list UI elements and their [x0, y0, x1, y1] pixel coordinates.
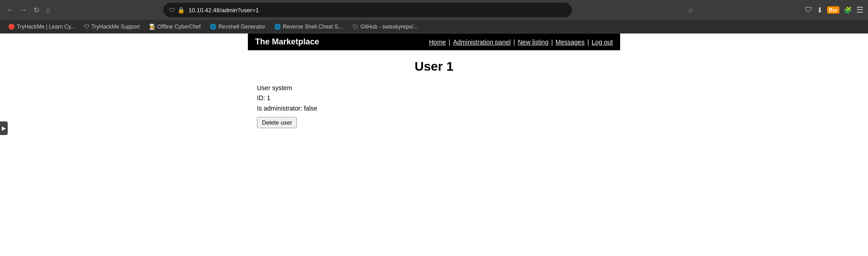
bookmark-cyberchef-label: Offline CyberChef	[158, 24, 201, 30]
download-icon[interactable]: ⬇	[817, 6, 823, 14]
user-id-label: ID: 1	[257, 93, 611, 103]
cyberchef-favicon: 👨‍🍳	[149, 24, 156, 30]
reverse-shell-cheat-favicon: 🌐	[274, 24, 281, 30]
nav-sep-2: |	[513, 39, 515, 46]
extensions-icon[interactable]: 🧩	[844, 6, 852, 14]
page-title: User 1	[257, 59, 611, 74]
nav-messages-link[interactable]: Messages	[556, 39, 585, 46]
side-panel-toggle[interactable]: ▶	[0, 121, 8, 135]
bookmark-cyberchef[interactable]: 👨‍🍳 Offline CyberChef	[145, 23, 204, 31]
nav-sep-3: |	[551, 39, 553, 46]
shield-icon: 🛡	[169, 7, 175, 14]
page-content: The Marketplace Home | Administration pa…	[0, 34, 868, 256]
browser-right-icons: 🛡 ⬇ Bur 🧩 ☰	[805, 5, 863, 15]
nav-buttons: ← → ↻ ⌂	[5, 4, 52, 16]
bookmark-reverse-shell-cheat[interactable]: 🌐 Reverse Shell Cheat S...	[271, 23, 346, 31]
site-logo: The Marketplace	[255, 37, 319, 47]
nav-admin-link[interactable]: Administration panel	[453, 39, 511, 46]
browser-toolbar: ← → ↻ ⌂ 🛡 🔒 10.10.42.48/admin?user=1 ☆ 🛡…	[0, 0, 868, 20]
bookmark-star-icon[interactable]: ☆	[687, 6, 694, 14]
bookmark-tryhackme-label: TryHackMe | Learn Cy...	[17, 24, 75, 30]
site-navbar: The Marketplace Home | Administration pa…	[248, 34, 620, 50]
address-bar-icons: 🛡 🔒	[169, 7, 185, 14]
nav-sep-1: |	[449, 39, 450, 46]
bookmark-tryhackme-support-label: TryHackMe Support	[91, 24, 139, 30]
refresh-button[interactable]: ↻	[32, 4, 41, 16]
pocket-icon[interactable]: 🛡	[805, 6, 812, 14]
nav-sep-4: |	[587, 39, 589, 46]
tryhackme-favicon: 🔴	[8, 24, 15, 30]
github-swisskyrepo-favicon: ⚫	[352, 24, 359, 30]
bookmark-reverse-shell-cheat-label: Reverse Shell Cheat S...	[283, 24, 342, 30]
bookmarks-bar: 🔴 TryHackMe | Learn Cy... 🛡 TryHackMe Su…	[0, 20, 868, 34]
bookmark-revshell[interactable]: 🌐 Revshell Generator	[206, 23, 269, 31]
burp-suite-icon[interactable]: Bur	[827, 6, 839, 14]
site-nav-links: Home | Administration panel | New listin…	[429, 39, 613, 46]
nav-home-link[interactable]: Home	[429, 39, 446, 46]
user-info: User system ID: 1 Is administrator: fals…	[257, 83, 611, 128]
main-content: User 1 User system ID: 1 Is administrato…	[248, 50, 620, 137]
url-text: 10.10.42.48/admin?user=1	[188, 7, 567, 14]
navbar-wrapper: The Marketplace Home | Administration pa…	[0, 34, 868, 50]
nav-new-listing-link[interactable]: New listing	[518, 39, 548, 46]
nav-logout-link[interactable]: Log out	[592, 39, 613, 46]
bookmark-tryhackme-support[interactable]: 🛡 TryHackMe Support	[80, 23, 143, 31]
user-is-admin-label: Is administrator: false	[257, 103, 611, 113]
back-button[interactable]: ←	[5, 4, 15, 16]
forward-button[interactable]: →	[18, 4, 29, 16]
address-bar[interactable]: 🛡 🔒 10.10.42.48/admin?user=1	[163, 3, 572, 17]
delete-user-button[interactable]: Delete user	[257, 117, 297, 128]
bookmark-tryhackme[interactable]: 🔴 TryHackMe | Learn Cy...	[5, 23, 79, 31]
revshell-favicon: 🌐	[210, 24, 217, 30]
home-button[interactable]: ⌂	[44, 4, 52, 16]
bookmark-revshell-label: Revshell Generator	[218, 24, 265, 30]
menu-icon[interactable]: ☰	[856, 5, 863, 15]
bookmark-github-swisskyrepo[interactable]: ⚫ GitHub - swisskyrepo/...	[348, 23, 422, 31]
user-system-label: User system	[257, 83, 611, 93]
lock-icon: 🔒	[178, 7, 185, 14]
tryhackme-support-favicon: 🛡	[84, 24, 89, 30]
bookmark-github-swisskyrepo-label: GitHub - swisskyrepo/...	[360, 24, 418, 30]
browser-chrome: ← → ↻ ⌂ 🛡 🔒 10.10.42.48/admin?user=1 ☆ 🛡…	[0, 0, 868, 34]
